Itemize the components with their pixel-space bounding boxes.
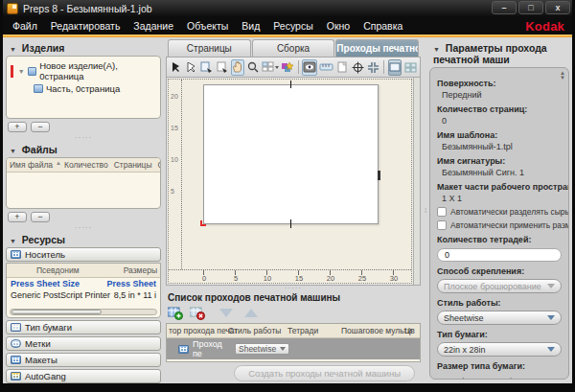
tab-assembly[interactable]: Сборка bbox=[252, 39, 335, 57]
copy-page-tool-icon[interactable] bbox=[200, 59, 214, 76]
left-panel: ▼ Изделия ▼ Новое изделие(A), 0страница … bbox=[3, 37, 164, 383]
add-file-button[interactable]: + bbox=[8, 212, 27, 222]
page-proof-icon[interactable] bbox=[335, 59, 349, 76]
collapse-icon: ▼ bbox=[10, 238, 16, 244]
layout-mode-icon[interactable] bbox=[262, 59, 279, 76]
files-list: Имя файла ▲ Количество Страницы Обрезк bbox=[6, 157, 161, 209]
auto-apply-size-checkbox-row[interactable]: Автоматически применить размер bbox=[437, 220, 562, 230]
accordion-autogang[interactable]: AutoGang bbox=[6, 369, 161, 383]
remove-product-button[interactable]: − bbox=[31, 122, 50, 132]
tab-pages[interactable]: Страницы bbox=[168, 39, 251, 57]
single-view-icon[interactable] bbox=[388, 59, 402, 76]
runs-col-id[interactable]: тор прохода печат bbox=[169, 326, 228, 335]
tab-bar: Страницы Сборка Проходы печатной маши bbox=[164, 39, 423, 57]
accordion-media[interactable]: Носитель bbox=[6, 247, 161, 262]
window-title: Preps 8 - Безымянный-1.job bbox=[23, 3, 152, 14]
templates-icon bbox=[11, 356, 21, 364]
media-col-size[interactable]: Размеры bbox=[124, 265, 157, 275]
center-target-icon[interactable] bbox=[351, 59, 364, 76]
section-count-input[interactable] bbox=[437, 248, 562, 262]
auto-split-checkbox-row[interactable]: Автоматически разделять сырье bbox=[437, 207, 562, 217]
tab-press-runs[interactable]: Проходы печатной маши bbox=[335, 39, 419, 57]
template-name-value: Безымянный-1.tpl bbox=[442, 142, 562, 151]
press-sheet-canvas[interactable]: 20 15 10 5 0 5 10 15 20 bbox=[168, 79, 412, 284]
accordion-paper-type[interactable]: Тип бумаги bbox=[6, 320, 161, 334]
remove-file-button[interactable]: − bbox=[31, 212, 50, 222]
files-col-name[interactable]: Имя файла bbox=[10, 160, 53, 170]
menu-objects[interactable]: Объекты bbox=[187, 20, 228, 32]
files-col-pages[interactable]: Страницы bbox=[114, 160, 152, 170]
media-icon bbox=[11, 250, 21, 259]
select-tool-icon[interactable] bbox=[170, 59, 183, 76]
workstyle-cell-dropdown[interactable]: Sheetwise bbox=[235, 343, 289, 355]
bottom-center-mark bbox=[290, 219, 291, 228]
measure-ruler-icon[interactable] bbox=[319, 59, 334, 76]
checkbox-icon[interactable] bbox=[437, 220, 447, 230]
menu-edit[interactable]: Редактировать bbox=[51, 20, 121, 32]
menu-view[interactable]: Вид bbox=[242, 20, 260, 32]
press-sheet[interactable] bbox=[203, 84, 379, 224]
menu-bar: Файл Редактировать Задание Объекты Вид Р… bbox=[3, 17, 572, 35]
move-up-icon[interactable] bbox=[244, 309, 258, 317]
tree-item-part[interactable]: Часть, 0страница bbox=[9, 82, 158, 95]
work-style-dropdown[interactable]: Sheetwise bbox=[437, 311, 562, 325]
move-page-tool-icon[interactable] bbox=[216, 59, 229, 76]
direct-select-tool-icon[interactable] bbox=[185, 59, 198, 76]
paper-type-dropdown[interactable]: 22in x 28in bbox=[437, 342, 562, 357]
preview-icon[interactable] bbox=[302, 59, 317, 76]
media-row-printer[interactable]: Generic PostScript Printer 8,5 in * 11 i bbox=[7, 289, 160, 301]
panel-scroll-arrows[interactable]: ▲▼ bbox=[560, 71, 565, 81]
checkbox-icon[interactable] bbox=[437, 207, 447, 217]
resources-section-header[interactable]: ▼ Ресурсы bbox=[6, 231, 161, 247]
chevron-down-icon bbox=[547, 347, 555, 352]
height-value: H: 22 in bbox=[486, 377, 517, 380]
marks-icon bbox=[11, 339, 21, 348]
runs-col-stepmulti[interactable]: Пошаговое мульти bbox=[341, 326, 404, 335]
collapse-icon: ▼ bbox=[10, 46, 16, 53]
press-run-row[interactable]: Проход пе Sheetwise bbox=[167, 338, 420, 359]
part-icon bbox=[34, 84, 43, 93]
add-press-run-icon[interactable] bbox=[168, 305, 184, 321]
delete-press-run-icon[interactable] bbox=[190, 305, 206, 321]
files-col-count[interactable]: Количество bbox=[64, 160, 108, 170]
pan-tool-icon[interactable] bbox=[231, 59, 244, 76]
width-value: W: 28 in bbox=[437, 377, 469, 380]
binding-style-label: Способ скрепления: bbox=[437, 266, 562, 276]
color-wand-icon[interactable] bbox=[281, 59, 294, 76]
maximize-button[interactable]: □ bbox=[518, 1, 543, 14]
menu-resources[interactable]: Ресурсы bbox=[273, 20, 312, 32]
app-window: Preps 8 - Безымянный-1.job – □ x Файл Ре… bbox=[0, 0, 575, 392]
media-row-press-sheet[interactable]: Press Sheet Size Press Sheet bbox=[7, 278, 160, 289]
press-run-list-panel: Список проходов печатной машины тор прох… bbox=[166, 291, 421, 383]
products-section-header[interactable]: ▼ Изделия bbox=[6, 39, 161, 56]
canvas-viewport: 20 15 10 5 0 5 10 15 20 bbox=[166, 78, 421, 286]
vertical-ruler: 20 15 10 5 bbox=[169, 80, 182, 269]
press-run-icon bbox=[178, 345, 189, 354]
runs-col-workstyle[interactable]: Стиль работы bbox=[228, 326, 288, 335]
grid-view-icon[interactable] bbox=[403, 59, 417, 76]
create-press-runs-button[interactable]: Создать проходы печатной машины bbox=[234, 365, 415, 381]
menu-help[interactable]: Справка bbox=[363, 20, 402, 32]
media-horizontal-scrollbar[interactable] bbox=[10, 309, 157, 315]
files-section-header[interactable]: ▼ Файлы bbox=[6, 141, 161, 157]
close-button[interactable]: x bbox=[545, 1, 570, 14]
files-col-trim[interactable]: Обрезк bbox=[158, 160, 160, 170]
minimize-button[interactable]: – bbox=[492, 1, 517, 14]
menu-file[interactable]: Файл bbox=[12, 20, 37, 32]
canvas-vertical-scrollbar[interactable] bbox=[413, 78, 420, 285]
tree-expand-icon[interactable]: ▼ bbox=[18, 68, 25, 75]
media-col-alias[interactable]: Псевдоним bbox=[10, 265, 79, 275]
move-down-icon[interactable] bbox=[219, 309, 233, 317]
params-section-header[interactable]: ▼ Параметры прохода печатной маши bbox=[429, 39, 569, 67]
tree-item-product[interactable]: ▼ Новое изделие(A), 0страница bbox=[9, 59, 158, 82]
fit-view-icon[interactable] bbox=[366, 59, 380, 76]
origin-marker bbox=[200, 220, 206, 226]
menu-job[interactable]: Задание bbox=[133, 20, 173, 32]
runs-col-sections[interactable]: Тетради bbox=[288, 326, 341, 335]
menu-window[interactable]: Окно bbox=[327, 20, 350, 32]
zoom-tool-icon[interactable] bbox=[246, 59, 260, 76]
accordion-marks[interactable]: Метки bbox=[6, 336, 161, 351]
runs-col-color[interactable]: Цв bbox=[404, 326, 415, 335]
add-product-button[interactable]: + bbox=[8, 122, 27, 132]
accordion-templates[interactable]: Макеты bbox=[6, 353, 161, 367]
